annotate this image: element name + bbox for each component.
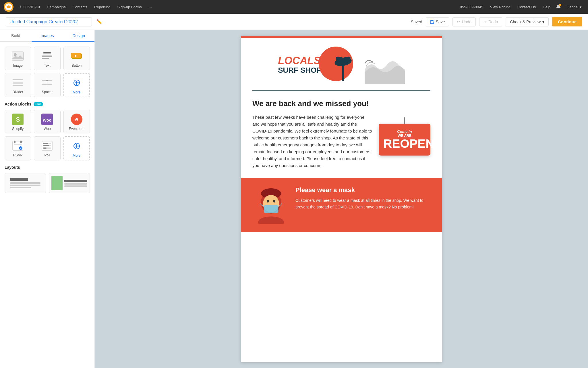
block-text[interactable]: Text <box>34 47 60 70</box>
block-more-label: More <box>73 90 80 94</box>
undo-button[interactable]: ↩ Undo <box>452 17 475 26</box>
email-body-text: These past few weeks have been challengi… <box>252 114 373 169</box>
block-spacer[interactable]: Spacer <box>34 73 60 97</box>
orange-content: Please wear a mask Customers will need t… <box>295 186 430 210</box>
poll-icon <box>41 141 53 151</box>
nav-phone: 855-339-0045 <box>457 4 486 10</box>
notification-bell[interactable] <box>554 3 562 11</box>
block-action-more-label: More <box>73 154 80 158</box>
blocks-section: Image Text <box>0 42 94 198</box>
block-woo-label: Woo <box>44 127 51 131</box>
block-action-more[interactable]: More <box>63 136 90 160</box>
logo-locals-text: LOCALS <box>278 55 322 66</box>
svg-text:▶: ▶ <box>75 55 77 57</box>
nav-covid[interactable]: ℹ COVID-19 <box>17 4 43 10</box>
nav-more-dots[interactable]: ··· <box>146 4 155 10</box>
main-layout: Build Images Design Image <box>0 30 588 368</box>
tab-design[interactable]: Design <box>63 30 94 42</box>
campaign-title-input[interactable] <box>6 17 92 26</box>
plus-badge: Plus <box>34 102 43 106</box>
user-menu[interactable]: Gabriel ▾ <box>564 4 585 10</box>
block-shopify[interactable]: S Shopify <box>5 110 31 133</box>
redo-button[interactable]: ↪ Redo <box>479 17 502 26</box>
svg-rect-22 <box>42 84 52 85</box>
email-content-row: These past few weeks have been challengi… <box>252 114 430 169</box>
block-grid: Image Text <box>5 47 90 97</box>
svg-rect-9 <box>42 56 52 57</box>
svg-text:S: S <box>16 116 20 123</box>
svg-rect-17 <box>13 85 23 86</box>
svg-rect-16 <box>13 82 23 84</box>
svg-text:✓: ✓ <box>20 147 22 150</box>
save-icon <box>430 20 434 24</box>
svg-rect-5 <box>12 52 24 60</box>
svg-rect-36 <box>14 146 17 146</box>
reopen-open: REOPEN <box>383 138 426 150</box>
redo-label: Redo <box>488 20 498 24</box>
layout-two-column[interactable] <box>49 173 90 193</box>
svg-point-6 <box>14 53 17 56</box>
save-button[interactable]: Save <box>426 17 449 26</box>
block-divider-label: Divider <box>12 90 23 94</box>
edit-title-icon[interactable]: ✏️ <box>96 19 102 24</box>
tab-build[interactable]: Build <box>0 30 32 41</box>
svg-text:e: e <box>75 116 78 122</box>
eventbrite-icon: e <box>70 114 83 124</box>
block-text-label: Text <box>44 64 50 68</box>
layout-text-lines[interactable] <box>5 173 46 193</box>
continue-button[interactable]: Continue <box>552 17 582 26</box>
check-preview-button[interactable]: Check & Preview ▾ <box>506 17 549 26</box>
block-rsvp-label: RSVP <box>13 153 23 157</box>
button-block-icon: ▶ <box>70 51 83 61</box>
rsvp-icon: ✓ <box>11 141 24 151</box>
text-block-icon <box>41 51 53 61</box>
nav-reporting[interactable]: Reporting <box>91 4 113 10</box>
spacer-block-icon <box>41 77 53 88</box>
block-poll[interactable]: Poll <box>34 136 60 160</box>
nav-signup-forms[interactable]: Sign-up Forms <box>114 4 144 10</box>
nav-contacts[interactable]: Contacts <box>70 4 90 10</box>
svg-rect-10 <box>42 58 49 59</box>
saved-status: Saved <box>411 20 422 24</box>
orange-body-text: Customers will need to wear a mask at al… <box>295 197 430 210</box>
svg-rect-8 <box>42 55 52 55</box>
svg-rect-3 <box>431 20 433 21</box>
block-woo[interactable]: Woo Woo <box>34 110 60 133</box>
editor-toolbar: ✏️ Saved Save ↩ Undo ↪ Redo Check & Prev… <box>0 14 588 30</box>
block-button-label: Button <box>71 64 82 68</box>
more-block-icon <box>70 78 83 88</box>
block-image[interactable]: Image <box>5 47 31 70</box>
block-spacer-label: Spacer <box>42 90 53 94</box>
undo-icon: ↩ <box>457 20 460 24</box>
divider-block-icon <box>11 77 24 88</box>
svg-rect-41 <box>43 143 48 144</box>
action-blocks-label: Action Blocks <box>5 102 31 106</box>
continue-label: Continue <box>558 19 577 24</box>
nav-campaigns[interactable]: Campaigns <box>44 4 69 10</box>
block-button[interactable]: ▶ Button <box>63 47 90 70</box>
woo-icon: Woo <box>41 114 53 124</box>
nav-contact-us[interactable]: Contact Us <box>514 4 539 10</box>
tab-images[interactable]: Images <box>32 30 63 42</box>
sidebar-panel: Build Images Design Image <box>0 30 95 368</box>
block-eventbrite-label: Eventbrite <box>69 127 84 131</box>
svg-rect-33 <box>14 141 16 143</box>
email-canvas: LOCALS SURF SHOP <box>241 36 442 362</box>
block-poll-label: Poll <box>44 153 50 157</box>
shopify-icon: S <box>11 114 24 124</box>
block-divider[interactable]: Divider <box>5 73 31 97</box>
nav-view-pricing[interactable]: View Pricing <box>487 4 513 10</box>
block-eventbrite[interactable]: e Eventbrite <box>63 110 90 133</box>
svg-point-58 <box>273 200 275 203</box>
svg-point-60 <box>258 216 284 224</box>
action-block-grid: S Shopify Woo Woo <box>5 110 90 160</box>
mask-person-illustration <box>255 186 287 224</box>
block-rsvp[interactable]: ✓ RSVP <box>5 136 31 160</box>
nav-help[interactable]: Help <box>540 4 553 10</box>
block-more[interactable]: More <box>63 73 90 97</box>
layouts-header: Layouts <box>5 165 90 170</box>
action-more-icon <box>70 141 83 151</box>
brand-logo[interactable] <box>3 2 14 12</box>
svg-rect-43 <box>43 145 49 146</box>
svg-rect-4 <box>431 22 433 23</box>
